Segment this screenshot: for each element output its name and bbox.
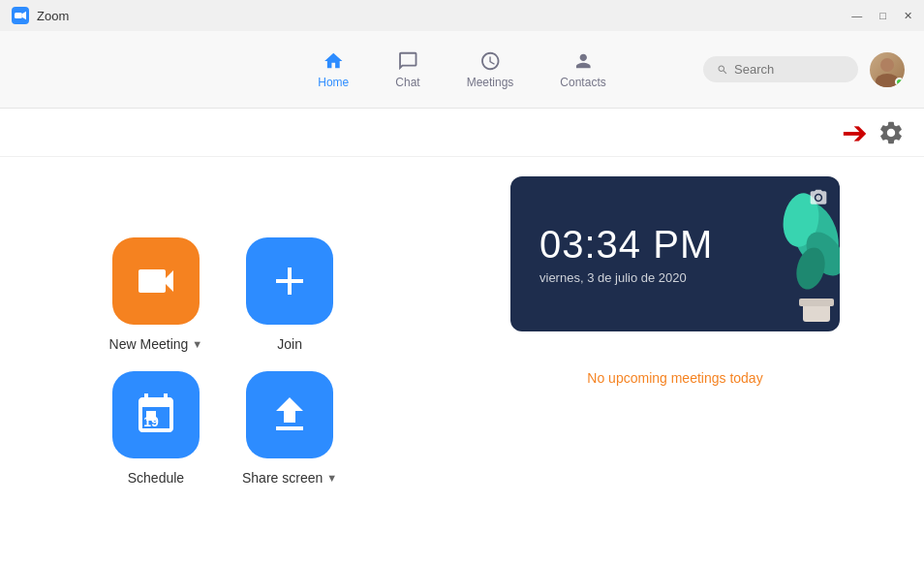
join-button[interactable]: Join [242,237,337,352]
titlebar-left: Zoom [12,7,69,24]
nav-label-meetings: Meetings [467,76,514,89]
new-meeting-icon-bg [112,237,200,325]
online-status-indicator [895,78,904,86]
schedule-icon-bg: 19 [112,371,200,458]
minimize-button[interactable]: — [851,11,862,21]
window-controls: — □ ✕ [851,11,912,21]
settings-arrow-row: ➔ [842,117,905,148]
camera-icon-card[interactable] [809,188,828,211]
nav-label-chat: Chat [395,76,419,89]
nav-items: Home Chat Meetings Contacts [294,43,629,97]
schedule-button[interactable]: 19 Schedule [108,371,203,486]
share-screen-button[interactable]: Share screen ▼ [242,371,337,486]
nav-label-home: Home [318,76,349,89]
titlebar: Zoom — □ ✕ [0,0,924,31]
nav-item-contacts[interactable]: Contacts [537,43,629,97]
search-icon [717,63,728,77]
clock-time: 03:34 PM [539,223,713,267]
schedule-label: Schedule [128,470,184,486]
right-panel: 03:34 PM viernes, 3 de julio de 2020 No … [446,157,924,566]
join-icon-bg [246,237,333,325]
plus-icon [266,258,313,304]
avatar[interactable] [870,52,905,87]
clock-card: 03:34 PM viernes, 3 de julio de 2020 [510,176,840,331]
maximize-button[interactable]: □ [879,11,886,21]
calendar-icon: 19 [133,392,179,438]
nav-item-meetings[interactable]: Meetings [444,43,538,97]
search-box[interactable] [703,56,858,82]
svg-point-2 [880,58,894,72]
action-button-grid: New Meeting ▼ Join 19 [108,237,337,486]
app-title: Zoom [37,9,69,23]
share-screen-chevron: ▼ [326,472,337,484]
nav-item-home[interactable]: Home [294,43,372,97]
new-meeting-chevron: ▼ [192,338,202,350]
close-button[interactable]: ✕ [904,11,912,21]
nav-label-contacts: Contacts [560,76,605,89]
svg-rect-11 [799,299,834,306]
camera-icon [133,258,179,304]
settings-icon[interactable] [878,119,905,146]
new-meeting-label: New Meeting ▼ [109,336,203,352]
navbar: Home Chat Meetings Contacts [0,31,924,109]
svg-marker-1 [22,12,26,19]
main-content: New Meeting ▼ Join 19 [0,157,924,566]
upload-icon [266,392,313,438]
share-screen-icon-bg [246,371,333,458]
no-meetings-text: No upcoming meetings today [587,370,762,386]
clock-date: viernes, 3 de julio de 2020 [539,270,687,285]
svg-text:19: 19 [143,414,159,429]
navbar-right [703,52,905,87]
search-input[interactable] [734,62,845,77]
red-arrow-icon: ➔ [842,117,868,148]
nav-item-chat[interactable]: Chat [372,43,443,97]
arrow-area: ➔ [0,109,924,157]
join-label: Join [277,336,302,352]
app-logo [12,7,29,24]
camera-small-icon [809,188,828,207]
new-meeting-button[interactable]: New Meeting ▼ [108,237,203,352]
left-panel: New Meeting ▼ Join 19 [0,157,446,566]
svg-rect-0 [15,13,22,18]
share-screen-label: Share screen ▼ [242,470,337,486]
